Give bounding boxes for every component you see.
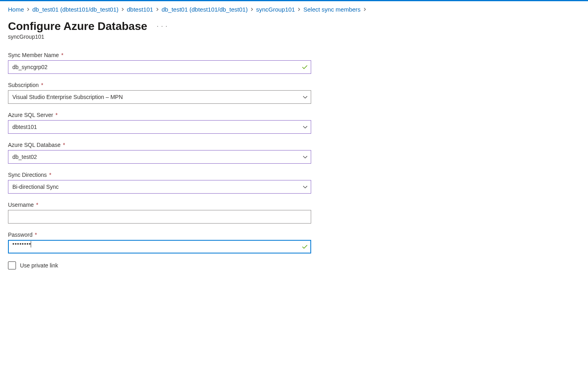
more-actions-button[interactable]: · · ·	[155, 21, 169, 32]
required-mark: *	[35, 232, 37, 238]
sync-directions-label: Sync Directions *	[8, 172, 311, 178]
azure-sql-database-label: Azure SQL Database *	[8, 142, 311, 148]
chevron-right-icon	[156, 7, 159, 12]
breadcrumb-syncgroup101[interactable]: syncGroup101	[256, 6, 295, 13]
chevron-right-icon	[121, 7, 124, 12]
breadcrumb-db-test01-1[interactable]: db_test01 (dbtest101/db_test01)	[32, 6, 118, 13]
use-private-link-checkbox[interactable]	[8, 261, 16, 269]
required-mark: *	[41, 82, 43, 88]
configure-form: Sync Member Name * Subscription * Visual…	[8, 52, 311, 269]
required-mark: *	[55, 112, 57, 118]
breadcrumb-select-sync-members[interactable]: Select sync members	[303, 6, 360, 13]
required-mark: *	[61, 52, 63, 58]
azure-sql-server-label: Azure SQL Server *	[8, 112, 311, 118]
azure-sql-database-select[interactable]: db_test02	[8, 150, 311, 164]
sync-member-name-label: Sync Member Name *	[8, 52, 311, 58]
username-input[interactable]	[8, 210, 311, 224]
password-label: Password *	[8, 232, 311, 238]
required-mark: *	[49, 172, 51, 178]
password-input[interactable]: ••••••••	[8, 240, 311, 253]
username-label: Username *	[8, 202, 311, 208]
sync-member-name-input[interactable]	[8, 60, 311, 74]
chevron-right-icon	[363, 7, 367, 12]
text-caret	[31, 241, 31, 247]
chevron-right-icon	[26, 7, 30, 12]
breadcrumb-home[interactable]: Home	[8, 6, 24, 13]
required-mark: *	[63, 142, 65, 148]
chevron-right-icon	[297, 7, 301, 12]
required-mark: *	[36, 202, 38, 208]
azure-sql-server-select[interactable]: dbtest101	[8, 120, 311, 134]
page-title: Configure Azure Database	[8, 20, 147, 33]
breadcrumb-db-test01-2[interactable]: db_test01 (dbtest101/db_test01)	[162, 6, 248, 13]
sync-directions-select[interactable]: Bi-directional Sync	[8, 180, 311, 194]
use-private-link-label: Use private link	[20, 262, 58, 269]
breadcrumb-dbtest101[interactable]: dbtest101	[127, 6, 153, 13]
chevron-right-icon	[250, 7, 254, 12]
breadcrumb: Home db_test01 (dbtest101/db_test01) dbt…	[8, 6, 580, 13]
subscription-label: Subscription *	[8, 82, 311, 88]
page-subtitle: syncGroup101	[8, 34, 580, 40]
subscription-select[interactable]: Visual Studio Enterprise Subscription – …	[8, 90, 311, 104]
